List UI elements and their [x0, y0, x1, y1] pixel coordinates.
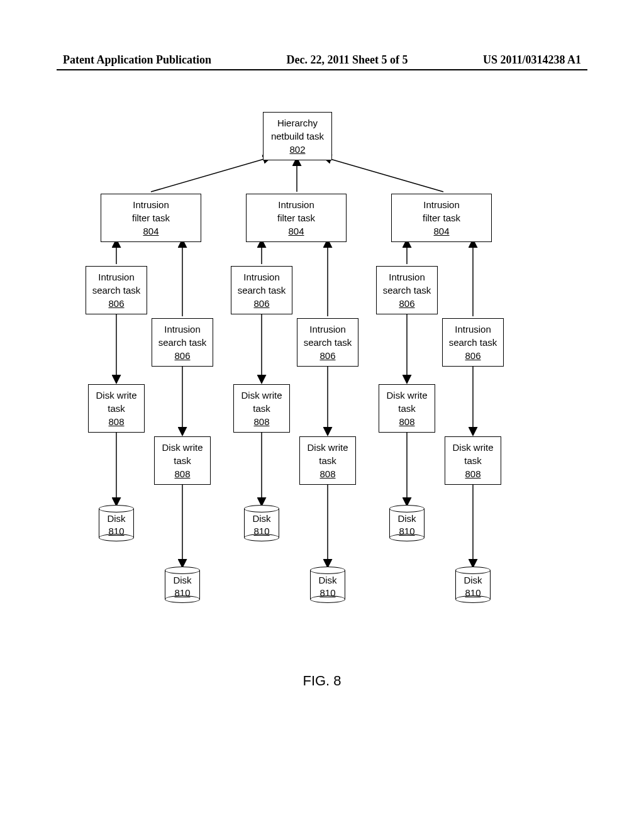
node-ref: 810 [455, 587, 491, 599]
node-ref: 808 [382, 415, 432, 428]
node-line1: Disk [99, 512, 134, 525]
disk-write-task-box: Disk write task 808 [233, 384, 290, 433]
node-line1: Intrusion [445, 323, 501, 336]
node-line1: Disk write [91, 389, 142, 402]
svg-line-2 [324, 157, 443, 192]
node-line1: Intrusion [234, 270, 289, 284]
node-line1: Intrusion [104, 198, 198, 211]
node-ref: 806 [155, 349, 210, 362]
node-ref: 806 [89, 297, 144, 310]
node-line2: search task [300, 336, 355, 349]
disk-cylinder: Disk 810 [244, 505, 279, 541]
node-line1: Disk [244, 512, 279, 525]
intrusion-filter-task-box: Intrusion filter task 804 [246, 194, 347, 242]
node-ref: 808 [448, 467, 498, 480]
node-line2: filter task [249, 211, 343, 224]
intrusion-filter-task-box: Intrusion filter task 804 [391, 194, 492, 242]
page-header: Patent Application Publication Dec. 22, … [0, 53, 644, 67]
node-line1: Disk [455, 574, 491, 587]
node-ref: 810 [244, 525, 279, 538]
node-line2: filter task [394, 211, 489, 224]
node-line2: netbuild task [266, 130, 329, 143]
node-ref: 804 [104, 224, 198, 238]
node-line1: Disk [389, 512, 425, 525]
node-line2: task [91, 402, 142, 415]
disk-cylinder: Disk 810 [99, 505, 134, 541]
node-line2: search task [155, 336, 210, 349]
node-line1: Disk [310, 574, 345, 587]
node-line1: Hierarchy [266, 116, 329, 130]
node-ref: 810 [165, 587, 200, 599]
node-line1: Intrusion [300, 323, 355, 336]
node-line2: search task [89, 284, 144, 297]
node-line1: Intrusion [394, 198, 489, 211]
node-line1: Intrusion [379, 270, 435, 284]
node-line2: filter task [104, 211, 198, 224]
node-ref: 810 [99, 525, 134, 538]
node-line1: Intrusion [249, 198, 343, 211]
node-ref: 804 [249, 224, 343, 238]
node-ref: 804 [394, 224, 489, 238]
node-line1: Intrusion [155, 323, 210, 336]
disk-write-task-box: Disk write task 808 [445, 436, 501, 485]
node-ref: 808 [91, 415, 142, 428]
node-line1: Disk write [382, 389, 432, 402]
intrusion-search-task-box: Intrusion search task 806 [86, 266, 147, 314]
intrusion-search-task-box: Intrusion search task 806 [376, 266, 438, 314]
header-right: US 2011/0314238 A1 [483, 53, 581, 67]
node-ref: 808 [157, 467, 208, 480]
node-ref: 810 [310, 587, 345, 599]
node-ref: 806 [379, 297, 435, 310]
disk-write-task-box: Disk write task 808 [379, 384, 435, 433]
intrusion-search-task-box: Intrusion search task 806 [231, 266, 292, 314]
node-ref: 802 [266, 143, 329, 156]
disk-write-task-box: Disk write task 808 [299, 436, 356, 485]
intrusion-search-task-box: Intrusion search task 806 [297, 318, 358, 367]
intrusion-search-task-box: Intrusion search task 806 [442, 318, 504, 367]
disk-write-task-box: Disk write task 808 [88, 384, 145, 433]
node-line2: task [448, 454, 498, 467]
node-line1: Disk write [157, 441, 208, 454]
node-line1: Intrusion [89, 270, 144, 284]
node-ref: 806 [234, 297, 289, 310]
node-line2: search task [234, 284, 289, 297]
disk-cylinder: Disk 810 [310, 567, 345, 603]
node-line1: Disk write [303, 441, 353, 454]
node-ref: 806 [300, 349, 355, 362]
figure-diagram: Hierarchy netbuild task 802 Intrusion fi… [0, 107, 644, 711]
node-line2: task [382, 402, 432, 415]
node-line1: Disk [165, 574, 200, 587]
node-line1: Disk write [236, 389, 287, 402]
node-line2: search task [379, 284, 435, 297]
svg-line-0 [151, 157, 270, 192]
node-ref: 808 [303, 467, 353, 480]
header-left: Patent Application Publication [63, 53, 211, 67]
header-rule [57, 69, 587, 70]
node-line1: Disk write [448, 441, 498, 454]
node-ref: 810 [389, 525, 425, 538]
node-line2: search task [445, 336, 501, 349]
node-line2: task [157, 454, 208, 467]
node-ref: 808 [236, 415, 287, 428]
hierarchy-netbuild-task-box: Hierarchy netbuild task 802 [263, 112, 332, 160]
intrusion-filter-task-box: Intrusion filter task 804 [101, 194, 201, 242]
disk-cylinder: Disk 810 [165, 567, 200, 603]
disk-cylinder: Disk 810 [389, 505, 425, 541]
figure-label: FIG. 8 [0, 673, 644, 689]
disk-write-task-box: Disk write task 808 [154, 436, 211, 485]
node-ref: 806 [445, 349, 501, 362]
intrusion-search-task-box: Intrusion search task 806 [152, 318, 213, 367]
header-center: Dec. 22, 2011 Sheet 5 of 5 [287, 53, 408, 67]
disk-cylinder: Disk 810 [455, 567, 491, 603]
node-line2: task [236, 402, 287, 415]
node-line2: task [303, 454, 353, 467]
